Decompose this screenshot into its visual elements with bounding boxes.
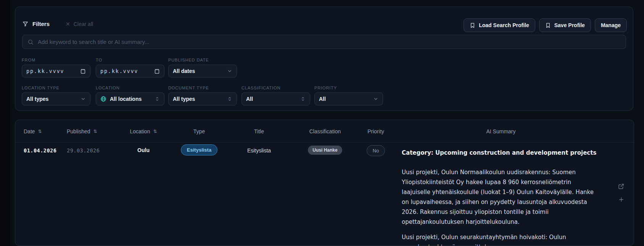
- clear-all-button[interactable]: ✕ Clear all: [66, 21, 93, 27]
- document-type-select[interactable]: All types: [168, 92, 237, 105]
- from-date-field: FROM: [22, 58, 90, 78]
- classification-badge: Uusi Hanke: [308, 146, 342, 155]
- column-header-location-label: Location: [130, 128, 150, 134]
- published-date-value: All dates: [173, 68, 224, 74]
- row-title: Esityslista: [240, 147, 278, 154]
- load-search-profile-label: Load Search Profile: [479, 22, 529, 28]
- manage-button[interactable]: Manage: [595, 18, 627, 32]
- filters-panel: Filters ✕ Clear all Load Search Profile …: [15, 6, 633, 111]
- to-date-input-box: [96, 65, 164, 78]
- priority-select[interactable]: All: [314, 92, 383, 105]
- search-input[interactable]: [38, 39, 621, 45]
- row-priority-cell: No: [357, 145, 395, 156]
- chevron-down-icon: [373, 96, 378, 102]
- row-published-date: 29.03.2026: [67, 147, 113, 154]
- page-background-strip: [0, 0, 10, 246]
- priority-label: PRIORITY: [314, 86, 383, 90]
- chevrons-up-down-icon: [227, 96, 232, 102]
- to-label: TO: [96, 58, 164, 62]
- column-header-priority: Priority: [357, 120, 395, 142]
- from-label: FROM: [22, 58, 90, 62]
- save-profile-label: Save Profile: [554, 22, 585, 28]
- column-header-title: Title: [240, 120, 278, 142]
- document-type-label: DOCUMENT TYPE: [168, 86, 237, 90]
- external-link-icon[interactable]: [618, 183, 625, 190]
- column-header-location[interactable]: Location ⇅: [121, 120, 166, 142]
- filter-funnel-icon: [22, 21, 29, 27]
- chevron-down-icon: [227, 68, 232, 74]
- sort-icon[interactable]: ⇅: [38, 129, 42, 134]
- document-type-value: All types: [173, 96, 224, 102]
- location-type-value: All types: [26, 96, 77, 102]
- save-profile-button[interactable]: Save Profile: [539, 18, 591, 32]
- ai-summary-paragraph: Uusi projekti, Oulun Normaalikoulun uudi…: [402, 167, 600, 227]
- location-field: LOCATION All locations: [96, 86, 164, 105]
- column-header-ai-summary: AI Summary: [402, 120, 600, 142]
- location-type-select[interactable]: All types: [22, 92, 90, 105]
- column-header-date[interactable]: Date ⇅: [24, 120, 62, 142]
- to-date-input[interactable]: [96, 68, 151, 74]
- column-header-ai-summary-label: AI Summary: [486, 128, 515, 134]
- column-header-published-label: Published: [67, 128, 90, 134]
- load-search-profile-button[interactable]: Load Search Profile: [464, 18, 535, 32]
- type-badge: Esityslista: [181, 144, 217, 155]
- from-date-input[interactable]: [22, 68, 77, 74]
- sort-icon[interactable]: ⇅: [153, 129, 157, 134]
- classification-label: CLASSIFICATION: [242, 86, 310, 90]
- profile-buttons: Load Search Profile Save Profile Manage: [464, 18, 627, 32]
- row-type-cell: Esityslista: [180, 144, 218, 155]
- row-location: Oulu: [121, 147, 166, 153]
- priority-field: PRIORITY All: [314, 86, 383, 105]
- clear-all-label: Clear all: [74, 21, 93, 27]
- filters-title: Filters: [32, 21, 50, 27]
- ai-summary-category: Category: Upcoming construction and deve…: [402, 148, 600, 158]
- table-header-row: Date ⇅ Published ⇅ Location ⇅ Type Title…: [15, 120, 634, 142]
- chevrons-up-down-icon: [155, 96, 160, 102]
- results-table: Date ⇅ Published ⇅ Location ⇅ Type Title…: [15, 120, 634, 246]
- location-type-label: LOCATION TYPE: [22, 86, 90, 90]
- from-date-input-box: [22, 65, 90, 78]
- document-type-field: DOCUMENT TYPE All types: [168, 86, 237, 105]
- row-classification-cell: Uusi Hanke: [296, 146, 354, 155]
- manage-label: Manage: [601, 22, 621, 28]
- bookmark-icon: [545, 23, 551, 28]
- search-box: [22, 35, 626, 49]
- calendar-icon[interactable]: [80, 68, 86, 74]
- column-header-type: Type: [180, 120, 218, 142]
- sort-icon[interactable]: ⇅: [93, 129, 97, 134]
- ai-summary-paragraph: Uusi projekti, Oulun seurakuntayhtymän h…: [402, 232, 600, 246]
- published-date-select[interactable]: All dates: [168, 65, 237, 78]
- priority-value: All: [319, 96, 370, 102]
- search-icon: [27, 39, 34, 45]
- to-date-field: TO: [96, 58, 164, 78]
- chevron-down-icon: [80, 96, 86, 102]
- bookmark-icon: [470, 23, 475, 28]
- row-date: 01.04.2026: [24, 147, 62, 154]
- location-type-field: LOCATION TYPE All types: [22, 86, 90, 105]
- classification-field: CLASSIFICATION All: [242, 86, 310, 105]
- plus-icon[interactable]: [618, 196, 625, 203]
- column-header-classification-label: Classification: [309, 128, 341, 134]
- location-label: LOCATION: [96, 86, 164, 90]
- classification-value: All: [246, 96, 297, 102]
- row-ai-summary: Category: Upcoming construction and deve…: [402, 148, 600, 246]
- globe-icon: [100, 96, 106, 102]
- column-header-title-label: Title: [254, 128, 264, 134]
- chevrons-up-down-icon: [300, 96, 306, 102]
- row-actions: [618, 183, 625, 203]
- column-header-priority-label: Priority: [367, 128, 384, 134]
- close-icon: ✕: [66, 21, 70, 27]
- location-select[interactable]: All locations: [96, 92, 164, 105]
- published-date-label: PUBLISHED DATE: [168, 58, 237, 62]
- column-header-date-label: Date: [24, 128, 35, 134]
- filters-header: Filters ✕ Clear all: [22, 21, 93, 27]
- priority-badge: No: [367, 145, 385, 156]
- location-value: All locations: [110, 96, 151, 102]
- column-header-published[interactable]: Published ⇅: [67, 120, 113, 142]
- calendar-icon[interactable]: [154, 68, 160, 74]
- classification-select[interactable]: All: [242, 92, 310, 105]
- published-date-field: PUBLISHED DATE All dates: [168, 58, 237, 78]
- column-header-type-label: Type: [193, 128, 205, 134]
- column-header-classification: Classification: [296, 120, 354, 142]
